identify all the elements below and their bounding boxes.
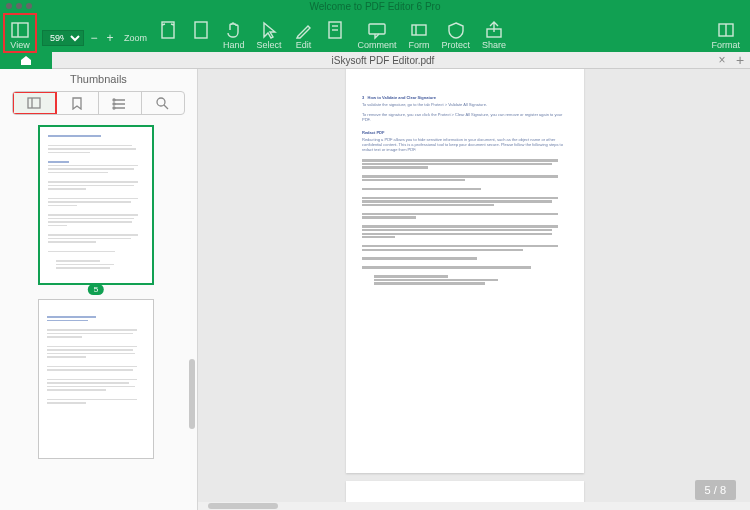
svg-point-19 [113, 103, 115, 105]
format-button[interactable]: Format [705, 14, 746, 52]
share-icon [484, 20, 504, 40]
edit-label: Edit [296, 40, 312, 50]
main-toolbar: View 59% − + Zoom Hand Select Edit Comme… [0, 12, 750, 52]
svg-rect-13 [28, 98, 40, 108]
share-button[interactable]: Share [476, 14, 512, 52]
svg-rect-7 [369, 24, 385, 34]
main-area: Thumbnails [0, 69, 750, 510]
zoom-out-button[interactable]: − [88, 31, 100, 45]
thumbnail-page-6[interactable] [38, 299, 154, 459]
home-tab[interactable] [0, 52, 52, 69]
svg-rect-0 [12, 23, 28, 37]
page-indicator[interactable]: 5 / 8 [695, 480, 736, 500]
horizontal-scrollbar[interactable] [198, 502, 750, 510]
close-tab-button[interactable]: × [714, 53, 730, 67]
select-icon [259, 20, 279, 40]
text-button[interactable] [320, 14, 352, 52]
outline-tab[interactable] [99, 92, 142, 114]
zoom-group: 59% − + Zoom [36, 30, 153, 52]
svg-line-22 [164, 105, 168, 109]
horizontal-scrollbar-thumb[interactable] [208, 503, 278, 509]
select-label: Select [257, 40, 282, 50]
svg-point-18 [113, 99, 115, 101]
fit-icon [159, 20, 179, 40]
comment-icon [367, 20, 387, 40]
protect-button[interactable]: Protect [436, 14, 477, 52]
hand-label: Hand [223, 40, 245, 50]
thumbnail-page-label: 5 [88, 284, 104, 295]
format-label: Format [711, 40, 740, 50]
new-tab-button[interactable]: + [730, 52, 750, 68]
sidebar-title: Thumbnails [0, 69, 197, 89]
document-viewer[interactable]: 3 How to Validate and Clear Signature To… [198, 69, 750, 510]
thumbnails-icon [26, 96, 42, 110]
sidebar-tabs [12, 91, 185, 115]
text-icon [326, 20, 346, 40]
format-icon [716, 20, 736, 40]
thumbnails-tab[interactable] [13, 92, 56, 114]
edit-button[interactable]: Edit [288, 14, 320, 52]
comment-button[interactable]: Comment [352, 14, 403, 52]
form-button[interactable]: Form [403, 14, 436, 52]
comment-label: Comment [358, 40, 397, 50]
sidebar-scrollbar[interactable] [189, 359, 195, 429]
page-button[interactable] [185, 14, 217, 52]
protect-icon [446, 20, 466, 40]
thumbnail-page-5[interactable]: 5 [38, 125, 154, 285]
form-icon [409, 20, 429, 40]
bookmarks-tab[interactable] [56, 92, 99, 114]
svg-point-20 [113, 107, 115, 109]
search-tab[interactable] [142, 92, 184, 114]
tab-bar: iSkysoft PDF Editor.pdf × + [0, 52, 750, 69]
edit-icon [294, 20, 314, 40]
svg-point-21 [157, 98, 165, 106]
document-title: iSkysoft PDF Editor.pdf [52, 55, 714, 66]
sidebar: Thumbnails [0, 69, 198, 510]
fit-button[interactable] [153, 14, 185, 52]
search-icon [155, 96, 171, 110]
protect-label: Protect [442, 40, 471, 50]
select-button[interactable]: Select [251, 14, 288, 52]
page-5: 3 How to Validate and Clear Signature To… [346, 69, 584, 473]
view-icon [10, 20, 30, 40]
zoom-in-button[interactable]: + [104, 31, 116, 45]
bookmark-icon [69, 96, 85, 110]
view-label: View [10, 40, 29, 50]
svg-rect-3 [195, 22, 207, 38]
zoom-label: Zoom [124, 33, 147, 43]
svg-rect-8 [412, 25, 426, 35]
zoom-select[interactable]: 59% [42, 30, 84, 46]
page-icon [191, 20, 211, 40]
share-label: Share [482, 40, 506, 50]
outline-icon [112, 96, 128, 110]
home-icon [19, 54, 33, 66]
hand-icon [224, 20, 244, 40]
form-label: Form [409, 40, 430, 50]
thumbnail-list[interactable]: 5 [0, 121, 197, 510]
hand-button[interactable]: Hand [217, 14, 251, 52]
view-button[interactable]: View [4, 14, 36, 52]
welcome-text: Welcome to PDF Editor 6 Pro [0, 1, 750, 12]
